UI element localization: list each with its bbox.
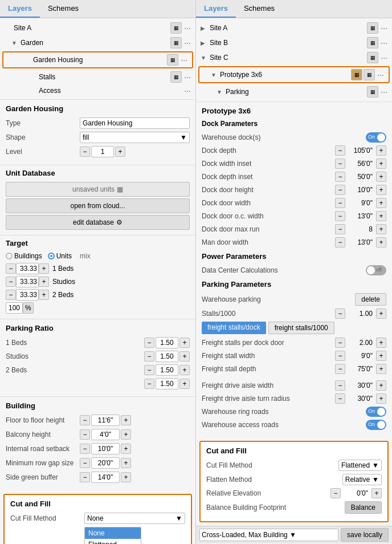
stalls-minus[interactable]: − (335, 308, 345, 319)
toggle-garden[interactable]: ▼ (11, 40, 18, 46)
gap-input[interactable] (91, 457, 120, 469)
right-tree-site-c[interactable]: ▼ Site C ▦ ··· (196, 50, 392, 65)
ddh-minus[interactable]: − (335, 185, 345, 195)
right-site-a-icon[interactable]: ▦ (367, 22, 378, 34)
floor-plus[interactable]: + (121, 415, 131, 425)
parking-input-0[interactable] (156, 337, 178, 348)
stalls-icon[interactable]: ▦ (170, 71, 182, 83)
right-tree-site-a[interactable]: ▶ Site A ▦ ··· (196, 21, 392, 35)
parking-minus-3[interactable]: − (144, 379, 154, 389)
ddmr-plus[interactable]: + (376, 224, 386, 234)
stalls-dots[interactable]: ··· (184, 72, 191, 82)
right-toggle-parking[interactable]: ▼ (217, 89, 223, 95)
buildings-radio[interactable] (6, 253, 13, 259)
relev-minus[interactable]: − (330, 488, 341, 498)
tab-layers-right[interactable]: Layers (196, 0, 236, 18)
option-none[interactable]: None (85, 527, 141, 539)
relev-plus[interactable]: + (371, 488, 382, 498)
garden-housing-dots[interactable]: ··· (181, 55, 187, 64)
ddmr-minus[interactable]: − (335, 224, 345, 234)
tree-item-stalls[interactable]: Stalls ▦ ··· (0, 70, 195, 84)
parking-input-1[interactable] (156, 351, 178, 362)
fpd-plus[interactable]: + (376, 338, 386, 348)
right-cut-fill-select[interactable]: Flattened ▼ (338, 460, 382, 471)
right-site-b-dots[interactable]: ··· (381, 38, 387, 47)
buffer-plus[interactable]: + (121, 472, 131, 482)
edit-database-btn[interactable]: edit database ⚙ (6, 215, 190, 230)
fsw-plus[interactable]: + (376, 351, 386, 361)
target-plus-0[interactable]: + (39, 263, 49, 274)
flatten-method-select[interactable]: Relative ▼ (342, 474, 382, 485)
fdr-plus[interactable]: + (376, 393, 386, 404)
fsd-minus[interactable]: − (335, 364, 345, 374)
parking-minus-2[interactable]: − (144, 365, 154, 375)
tree-item-garden[interactable]: ▼ Garden ▦ ··· (0, 35, 195, 50)
target-plus-2[interactable]: + (39, 290, 49, 300)
fda-plus[interactable]: + (376, 380, 386, 391)
tree-item-site-a[interactable]: Site A ▦ ··· (0, 21, 195, 35)
tree-item-garden-housing[interactable]: Garden Housing ▦ ··· (2, 51, 193, 68)
road-minus[interactable]: − (80, 444, 90, 454)
warehouse-ring-toggle[interactable]: On (366, 407, 386, 417)
parking-input-2[interactable] (156, 364, 178, 376)
floor-input[interactable] (91, 415, 120, 426)
balcony-minus[interactable]: − (80, 429, 90, 440)
right-toggle-prototype[interactable]: ▼ (211, 72, 218, 78)
right-prototype-dots[interactable]: ··· (377, 70, 384, 79)
building-type-select[interactable]: Cross-Loaded, Max Building ▼ (199, 529, 338, 541)
unsaved-units-btn[interactable]: unsaved units ▦ (6, 182, 190, 197)
md-minus[interactable]: − (335, 237, 345, 247)
balcony-input[interactable] (91, 429, 120, 440)
right-tree-site-b[interactable]: ▶ Site B ▦ ··· (196, 35, 392, 50)
fpd-minus[interactable]: − (335, 338, 345, 348)
freight-1000-tab[interactable]: freight stalls/1000 (268, 322, 334, 334)
right-toggle-site-c[interactable]: ▼ (201, 55, 207, 61)
warehouse-docks-toggle[interactable]: On (366, 132, 386, 143)
md-plus[interactable]: + (376, 237, 386, 247)
target-input-1[interactable] (16, 276, 39, 287)
cut-fill-select[interactable]: None ▼ (84, 513, 185, 524)
gap-minus[interactable]: − (80, 458, 90, 468)
right-toggle-site-a[interactable]: ▶ (201, 25, 207, 31)
ddw-minus[interactable]: − (335, 198, 345, 208)
dock-depth-minus[interactable]: − (335, 145, 345, 156)
level-minus[interactable]: − (80, 147, 90, 157)
ddoc-minus[interactable]: − (335, 211, 345, 221)
warehouse-access-toggle[interactable]: On (366, 420, 386, 430)
right-toggle-site-b[interactable]: ▶ (201, 40, 207, 46)
parking-plus-3[interactable]: + (179, 379, 190, 389)
shape-select[interactable]: fill ▼ (80, 132, 190, 143)
tab-layers-left[interactable]: Layers (0, 0, 40, 18)
tree-item-access[interactable]: Access ··· (0, 84, 195, 97)
parking-plus-1[interactable]: + (179, 351, 190, 362)
ddoc-plus[interactable]: + (376, 211, 386, 221)
right-prototype-icon2[interactable]: ▦ (364, 69, 375, 80)
delete-btn[interactable]: delete (355, 293, 386, 306)
site-a-dots[interactable]: ··· (184, 23, 191, 33)
right-prototype-icon[interactable]: ▦ (351, 69, 362, 80)
parking-plus-0[interactable]: + (179, 338, 190, 348)
fda-minus[interactable]: − (335, 380, 345, 391)
data-center-toggle[interactable]: off (366, 265, 386, 275)
level-plus[interactable]: + (115, 147, 125, 157)
target-minus-1[interactable]: − (6, 277, 16, 287)
parking-minus-1[interactable]: − (144, 351, 154, 362)
garden-dots[interactable]: ··· (184, 38, 191, 47)
right-site-b-icon[interactable]: ▦ (367, 37, 378, 48)
target-minus-0[interactable]: − (6, 263, 16, 274)
target-total[interactable] (6, 302, 23, 314)
option-flattened[interactable]: Flattened (85, 539, 141, 544)
right-tree-prototype[interactable]: ▼ Prototype 3x6 ▦ ▦ ··· (198, 66, 390, 83)
buffer-input[interactable] (91, 472, 120, 483)
right-tree-parking[interactable]: ▼ Parking ▦ ··· (196, 84, 392, 99)
target-minus-2[interactable]: − (6, 290, 16, 300)
tab-schemes-right[interactable]: Schemes (236, 0, 283, 18)
open-cloud-btn[interactable]: open from cloud... (6, 198, 190, 213)
type-select[interactable]: Garden Housing (80, 117, 190, 129)
stalls-plus[interactable]: + (376, 308, 386, 319)
right-parking-dots[interactable]: ··· (381, 87, 387, 96)
fsw-minus[interactable]: − (335, 351, 345, 361)
buildings-radio-group[interactable]: Buildings (6, 252, 42, 260)
units-radio[interactable] (48, 253, 55, 259)
right-site-c-dots[interactable]: ··· (381, 53, 387, 62)
